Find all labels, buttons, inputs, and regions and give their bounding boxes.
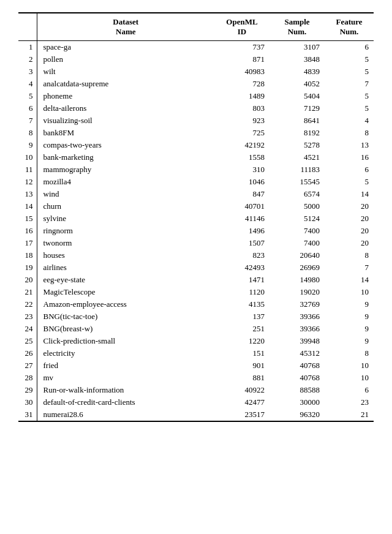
sample-num-cell: 3848 [270,53,325,66]
openml-id-cell: 251 [214,323,270,335]
dataset-name-cell: compas-two-years [37,139,214,151]
table-row: 14 churn 40701 5000 20 [18,200,374,212]
row-number: 3 [18,66,37,78]
openml-id-cell: 1220 [214,335,270,347]
row-number: 31 [18,408,37,421]
row-number: 5 [18,90,37,102]
table-container: DatasetName OpenMLID SampleNum. FeatureN… [18,12,374,422]
feature-num-cell: 23 [325,396,374,408]
table-row: 26 electricity 151 45312 8 [18,347,374,359]
sample-num-cell: 4839 [270,66,325,78]
openml-id-cell: 42477 [214,396,270,408]
row-number: 19 [18,261,37,274]
sample-num-cell: 15545 [270,176,325,188]
sample-num-cell: 45312 [270,347,325,359]
dataset-name-cell: wind [37,188,214,200]
sample-num-cell: 5124 [270,212,325,225]
row-number: 1 [18,41,37,54]
feature-num-cell: 4 [325,115,374,127]
sample-num-cell: 40768 [270,359,325,372]
openml-id-cell: 42192 [214,139,270,151]
openml-id-cell: 41146 [214,212,270,225]
feature-num-cell: 6 [325,164,374,176]
dataset-name-cell: sylvine [37,212,214,225]
dataset-name-cell: Run-or-walk-information [37,384,214,396]
sample-num-cell: 3107 [270,41,325,54]
dataset-name-cell: mv [37,372,214,384]
row-number: 23 [18,310,37,323]
row-number: 29 [18,384,37,396]
table-row: 16 ringnorm 1496 7400 20 [18,225,374,237]
table-row: 30 default-of-credit-card-clients 42477 … [18,396,374,408]
table-row: 20 eeg-eye-state 1471 14980 14 [18,274,374,286]
row-number: 9 [18,139,37,151]
table-row: 4 analcatdata-supreme 728 4052 7 [18,78,374,90]
sample-num-cell: 5000 [270,200,325,212]
table-header-row: DatasetName OpenMLID SampleNum. FeatureN… [18,13,374,41]
feature-num-cell: 20 [325,237,374,249]
feature-num-cell: 14 [325,274,374,286]
feature-num-cell: 10 [325,372,374,384]
table-row: 31 numerai28.6 23517 96320 21 [18,408,374,421]
openml-id-cell: 871 [214,53,270,66]
dataset-name-cell: twonorm [37,237,214,249]
table-row: 8 bank8FM 725 8192 8 [18,127,374,139]
sample-num-cell: 7400 [270,237,325,249]
openml-id-cell: 901 [214,359,270,372]
openml-id-cell: 4135 [214,298,270,310]
openml-id-cell: 137 [214,310,270,323]
openml-id-cell: 40701 [214,200,270,212]
sample-num-cell: 14980 [270,274,325,286]
table-row: 21 MagicTelescope 1120 19020 10 [18,286,374,298]
row-number: 6 [18,102,37,115]
table-row: 3 wilt 40983 4839 5 [18,66,374,78]
sample-num-cell: 7400 [270,225,325,237]
openml-id-cell: 40983 [214,66,270,78]
dataset-name-cell: mozilla4 [37,176,214,188]
dataset-name-cell: default-of-credit-card-clients [37,396,214,408]
feature-num-cell: 8 [325,347,374,359]
row-number: 12 [18,176,37,188]
row-number: 26 [18,347,37,359]
table-row: 9 compas-two-years 42192 5278 13 [18,139,374,151]
sample-num-cell: 19020 [270,286,325,298]
row-number: 14 [18,200,37,212]
row-number: 25 [18,335,37,347]
dataset-name-cell: electricity [37,347,214,359]
table-row: 11 mammography 310 11183 6 [18,164,374,176]
dataset-name-cell: numerai28.6 [37,408,214,421]
row-number: 22 [18,298,37,310]
dataset-name-cell: MagicTelescope [37,286,214,298]
openml-id-cell: 1120 [214,286,270,298]
table-row: 15 sylvine 41146 5124 20 [18,212,374,225]
sample-num-cell: 11183 [270,164,325,176]
sample-num-cell: 8641 [270,115,325,127]
dataset-name-cell: Click-prediction-small [37,335,214,347]
openml-id-cell: 737 [214,41,270,54]
openml-id-cell: 823 [214,249,270,261]
sample-num-cell: 5404 [270,90,325,102]
sample-num-cell: 4521 [270,151,325,164]
row-number: 30 [18,396,37,408]
openml-id-cell: 310 [214,164,270,176]
table-row: 25 Click-prediction-small 1220 39948 9 [18,335,374,347]
openml-id-cell: 40922 [214,384,270,396]
feature-num-cell: 9 [325,323,374,335]
sample-num-cell: 40768 [270,372,325,384]
row-number: 13 [18,188,37,200]
feature-num-cell: 5 [325,176,374,188]
table-row: 19 airlines 42493 26969 7 [18,261,374,274]
row-number: 24 [18,323,37,335]
table-row: 29 Run-or-walk-information 40922 88588 6 [18,384,374,396]
row-number: 8 [18,127,37,139]
feature-num-cell: 20 [325,200,374,212]
row-number: 10 [18,151,37,164]
sample-num-cell: 4052 [270,78,325,90]
feature-num-cell: 5 [325,66,374,78]
dataset-name-cell: phoneme [37,90,214,102]
dataset-name-cell: fried [37,359,214,372]
header-sample-num: SampleNum. [270,13,325,41]
row-number: 15 [18,212,37,225]
feature-num-cell: 21 [325,408,374,421]
header-row-num [18,13,37,41]
